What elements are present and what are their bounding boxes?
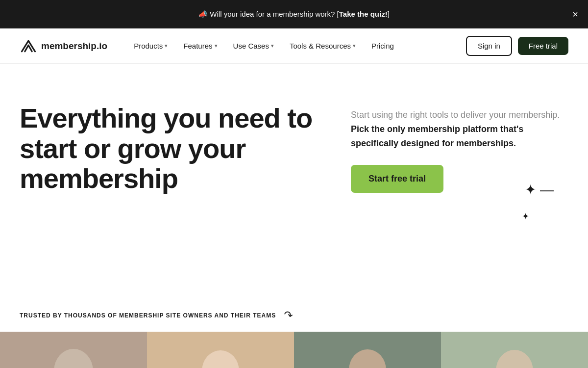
nav-item-features[interactable]: Features ▾ (176, 38, 224, 54)
photo-4 (441, 332, 588, 368)
nav-features-label: Features (183, 42, 212, 50)
logo[interactable]: membership.io (20, 37, 107, 55)
announcement-link[interactable]: Take the quiz! (339, 10, 388, 18)
photo-cell-3 (294, 332, 441, 368)
start-free-trial-button[interactable]: Start free trial (351, 165, 443, 193)
photo-1 (0, 332, 147, 368)
nav-features-chevron-icon: ▾ (215, 43, 218, 49)
nav-tools-resources-chevron-icon: ▾ (353, 43, 356, 49)
photo-cell-1 (0, 332, 147, 368)
nav-products-label: Products (134, 42, 163, 50)
logo-text: membership.io (41, 41, 107, 52)
nav-right: Sign in Free trial (466, 36, 568, 56)
nav-tools-resources-label: Tools & Resources (290, 42, 351, 50)
trusted-arrow-icon: ↷ (283, 309, 294, 323)
hero-right: Start using the right tools to deliver y… (351, 103, 568, 193)
photo-cell-2 (147, 332, 294, 368)
announcement-emoji: 📣 (198, 10, 208, 18)
nav-item-pricing[interactable]: Pricing (365, 38, 401, 54)
announcement-post-link: ] (388, 10, 390, 18)
announcement-pre-link: Will your idea for a membership work? [ (210, 10, 339, 18)
nav-use-cases-label: Use Cases (233, 42, 269, 50)
hero-desc-start: Start using the right tools to deliver y… (351, 110, 560, 120)
sparkle-large-icon: ✦ — (525, 182, 554, 198)
signin-button[interactable]: Sign in (466, 36, 512, 56)
logo-icon (20, 37, 37, 55)
sparkle-small-icon: ✦ (522, 211, 529, 222)
hero-title: Everything you need to start or grow you… (20, 103, 321, 194)
photo-3 (294, 332, 441, 368)
announcement-close-button[interactable]: × (572, 9, 578, 19)
announcement-text: 📣 Will your idea for a membership work? … (198, 10, 390, 19)
nav-item-use-cases[interactable]: Use Cases ▾ (226, 38, 281, 54)
hero-content: Everything you need to start or grow you… (0, 64, 588, 299)
hero-left: Everything you need to start or grow you… (20, 103, 321, 194)
trusted-bar: TRUSTED BY THOUSANDS OF MEMBERSHIP SITE … (0, 299, 588, 322)
photo-strip (0, 332, 588, 368)
photo-cell-4 (441, 332, 588, 368)
announcement-bar: 📣 Will your idea for a membership work? … (0, 0, 588, 28)
nav-use-cases-chevron-icon: ▾ (271, 43, 274, 49)
nav-item-tools-resources[interactable]: Tools & Resources ▾ (283, 38, 363, 54)
nav-item-products[interactable]: Products ▾ (127, 38, 174, 54)
hero-description: Start using the right tools to deliver y… (351, 108, 568, 150)
photo-2 (147, 332, 294, 368)
nav-free-trial-button[interactable]: Free trial (518, 37, 568, 55)
hero-desc-bold: Pick the only membership platform that's… (351, 124, 523, 148)
hero-section: Everything you need to start or grow you… (0, 64, 588, 299)
nav-pricing-label: Pricing (371, 42, 394, 50)
main-nav: membership.io Products ▾ Features ▾ Use … (0, 28, 588, 64)
nav-links: Products ▾ Features ▾ Use Cases ▾ Tools … (127, 38, 466, 54)
nav-products-chevron-icon: ▾ (165, 43, 168, 49)
trusted-text: TRUSTED BY THOUSANDS OF MEMBERSHIP SITE … (20, 312, 276, 319)
